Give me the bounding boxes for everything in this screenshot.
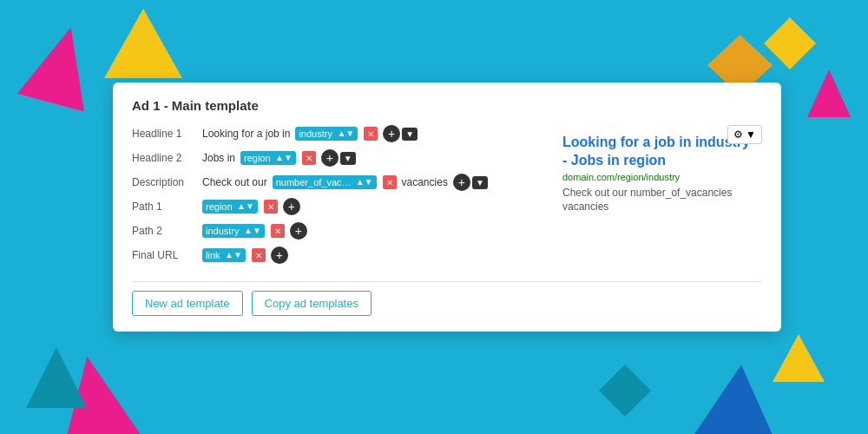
headline2-add-button[interactable]: + [321, 149, 339, 167]
deco-yellow-diamond-topright [764, 17, 816, 69]
description-add-dropdown[interactable]: ▼ [472, 176, 488, 189]
deco-pink-triangle-topleft [17, 18, 105, 112]
description-arrows: ▲▼ [356, 178, 373, 187]
footer-buttons: New ad template Copy ad templates [132, 291, 762, 316]
path2-select[interactable]: industry [206, 226, 241, 236]
form-section: Headline 1 Looking for a job in industry… [132, 125, 536, 271]
path2-row: Path 2 industry ▲▼ ✕ + [132, 222, 536, 240]
description-tag[interactable]: number_of_vac… ▲▼ [273, 175, 377, 189]
description-clear-button[interactable]: ✕ [383, 175, 397, 189]
divider [132, 281, 762, 282]
deco-pink-triangle-right [807, 69, 851, 117]
headline2-tag[interactable]: region ▲▼ [240, 151, 296, 165]
finalurl-row: Final URL link ▲▼ ✕ + [132, 247, 536, 264]
main-card: Ad 1 - Main template Headline 1 Looking … [113, 82, 781, 332]
preview-section: Looking for a job in industry - Jobs in … [554, 125, 762, 271]
path2-label: Path 2 [132, 225, 197, 237]
headline2-select[interactable]: region [244, 153, 273, 163]
preview-title: Looking for a job in industry - Jobs in … [562, 134, 753, 170]
copy-ad-templates-button[interactable]: Copy ad templates [252, 291, 372, 316]
headline1-add-dropdown[interactable]: ▼ [402, 128, 418, 141]
description-select[interactable]: number_of_vac… [276, 177, 353, 187]
path1-row: Path 1 region ▲▼ ✕ + [132, 198, 536, 215]
preview-description: Check out our number_of_vacancies vacanc… [562, 186, 753, 215]
headline1-arrows: ▲▼ [337, 129, 354, 138]
headline1-tag[interactable]: industry ▲▼ [295, 127, 358, 141]
headline1-add-group: + ▼ [383, 125, 418, 142]
path1-label: Path 1 [132, 201, 197, 213]
headline1-add-button[interactable]: + [383, 125, 400, 142]
path1-clear-button[interactable]: ✕ [264, 200, 278, 214]
description-label: Description [132, 176, 197, 188]
finalurl-add-button[interactable]: + [271, 247, 288, 264]
headline2-add-group: + ▼ [321, 149, 356, 167]
path2-tag[interactable]: industry ▲▼ [202, 224, 265, 238]
card-title: Ad 1 - Main template [132, 98, 762, 113]
headline2-clear-button[interactable]: ✕ [302, 151, 316, 165]
finalurl-label: Final URL [132, 249, 197, 261]
deco-teal-triangle-bottomleft [26, 347, 87, 408]
path1-arrows: ▲▼ [237, 202, 254, 211]
deco-pink-triangle-bottomleft [44, 349, 147, 434]
description-prefix: Check out our [202, 176, 267, 188]
new-ad-template-button[interactable]: New ad template [132, 291, 243, 316]
path1-select[interactable]: region [206, 201, 234, 212]
deco-yellow-triangle-bottomright [773, 334, 825, 382]
path1-add-button[interactable]: + [283, 198, 300, 215]
headline2-add-dropdown[interactable]: ▼ [340, 152, 356, 165]
headline1-row: Headline 1 Looking for a job in industry… [132, 125, 536, 142]
finalurl-tag[interactable]: link ▲▼ [202, 248, 246, 262]
headline2-prefix: Jobs in [202, 152, 235, 164]
description-row: Description Check out our number_of_vac…… [132, 174, 536, 191]
gear-dropdown-arrow: ▼ [746, 128, 756, 141]
path2-clear-button[interactable]: ✕ [271, 224, 285, 238]
headline2-arrows: ▲▼ [275, 154, 293, 162]
description-add-group: + ▼ [453, 174, 488, 191]
path1-tag[interactable]: region ▲▼ [202, 200, 258, 214]
headline1-prefix: Looking for a job in [202, 128, 290, 140]
deco-blue-triangle-bottomright [691, 361, 784, 434]
gear-settings-button[interactable]: ⚙ ▼ [727, 125, 762, 144]
headline2-label: Headline 2 [132, 152, 197, 164]
description-add-button[interactable]: + [453, 174, 470, 191]
headline2-row: Headline 2 Jobs in region ▲▼ ✕ + ▼ [132, 149, 536, 167]
finalurl-clear-button[interactable]: ✕ [252, 248, 266, 262]
headline1-label: Headline 1 [132, 128, 197, 140]
preview-url: domain.com/region/industry [562, 172, 753, 182]
path2-add-button[interactable]: + [290, 222, 307, 240]
deco-teal-diamond-bottomright [599, 365, 651, 417]
card-body: Headline 1 Looking for a job in industry… [132, 125, 762, 271]
description-suffix: vacancies [402, 176, 448, 188]
path2-arrows: ▲▼ [244, 227, 261, 235]
finalurl-select[interactable]: link [206, 250, 222, 260]
gear-icon: ⚙ [733, 128, 743, 141]
deco-yellow-triangle-topleft [104, 9, 182, 78]
finalurl-arrows: ▲▼ [225, 251, 242, 260]
headline1-clear-button[interactable]: ✕ [364, 127, 378, 141]
headline1-select[interactable]: industry [299, 128, 334, 139]
